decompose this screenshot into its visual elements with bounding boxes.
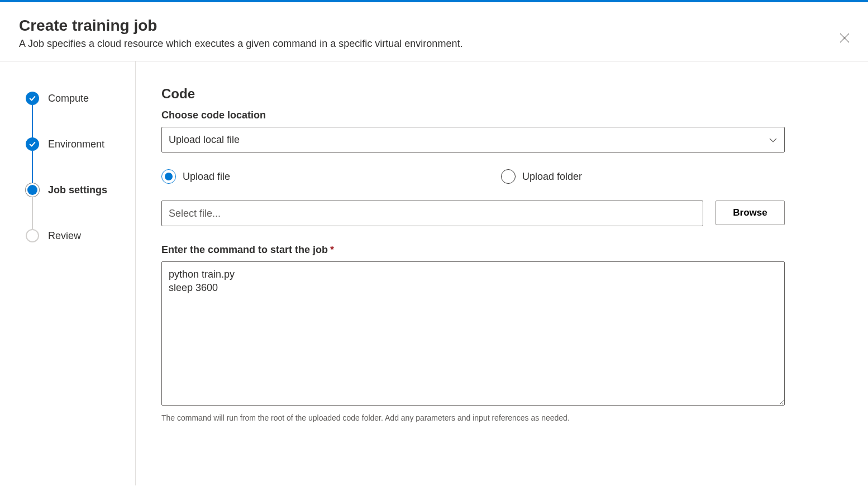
step-label: Compute xyxy=(48,93,89,104)
upload-file-radio[interactable]: Upload file xyxy=(161,169,445,184)
command-label-text: Enter the command to start the job xyxy=(161,244,328,255)
command-label: Enter the command to start the job* xyxy=(161,244,842,256)
checkmark-icon xyxy=(28,94,36,102)
required-asterisk: * xyxy=(330,244,334,255)
radio-label: Upload file xyxy=(183,171,230,183)
step-connector xyxy=(32,105,33,137)
step-label: Review xyxy=(48,230,81,242)
browse-button[interactable]: Browse xyxy=(716,201,785,225)
step-indicator-done xyxy=(26,92,39,105)
step-indicator-done xyxy=(26,137,39,151)
radio-indicator xyxy=(501,169,516,184)
radio-indicator-selected xyxy=(161,169,176,184)
dialog-body: Compute Environment Job settings Review … xyxy=(0,61,868,485)
file-select-row: Browse xyxy=(161,201,785,226)
radio-dot xyxy=(165,173,173,180)
step-indicator-pending xyxy=(26,229,39,242)
close-button[interactable] xyxy=(839,32,850,44)
radio-label: Upload folder xyxy=(522,171,582,183)
page-title: Create training job xyxy=(19,17,849,35)
step-connector xyxy=(32,197,33,229)
page-subtitle: A Job specifies a cloud resource which e… xyxy=(19,38,849,50)
main-content: Code Choose code location Upload local f… xyxy=(136,61,868,485)
step-review[interactable]: Review xyxy=(26,229,118,242)
step-label: Environment xyxy=(48,139,104,150)
code-location-select[interactable]: Upload local file xyxy=(161,127,785,152)
checkmark-icon xyxy=(28,140,36,148)
upload-type-radio-group: Upload file Upload folder xyxy=(161,169,785,184)
step-compute[interactable]: Compute xyxy=(26,92,118,105)
step-connector xyxy=(32,151,33,183)
step-job-settings[interactable]: Job settings xyxy=(26,183,118,197)
close-icon xyxy=(840,33,850,43)
file-path-input[interactable] xyxy=(161,201,703,226)
step-indicator-current xyxy=(27,185,37,195)
upload-folder-radio[interactable]: Upload folder xyxy=(501,169,785,184)
step-label: Job settings xyxy=(48,184,107,196)
step-environment[interactable]: Environment xyxy=(26,137,118,151)
wizard-steps-sidebar: Compute Environment Job settings Review xyxy=(0,61,136,485)
dialog-header: Create training job A Job specifies a cl… xyxy=(0,2,868,61)
command-textarea[interactable] xyxy=(161,261,785,406)
code-section-title: Code xyxy=(161,86,842,102)
choose-code-location-label: Choose code location xyxy=(161,109,842,121)
command-help-text: The command will run from the root of th… xyxy=(161,413,842,422)
code-location-select-box[interactable]: Upload local file xyxy=(161,127,785,152)
